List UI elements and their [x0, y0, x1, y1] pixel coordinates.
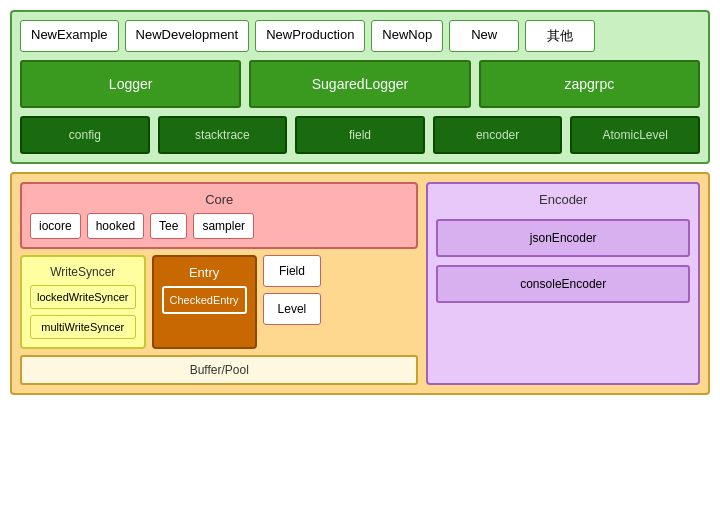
locked-write-syncer: lockedWriteSyncer — [30, 285, 136, 309]
core-tee: Tee — [150, 213, 187, 239]
core-iocore: iocore — [30, 213, 81, 239]
stacktrace-box: stacktrace — [158, 116, 288, 154]
tab-new-example[interactable]: NewExample — [20, 20, 119, 52]
zapgrpc-box: zapgrpc — [479, 60, 700, 108]
bottom-section: Core iocore hooked Tee sampler — [10, 172, 710, 395]
sub-row: config stacktrace field encoder AtomicLe… — [20, 116, 700, 154]
multi-write-syncer: multiWriteSyncer — [30, 315, 136, 339]
encoder-box: encoder — [433, 116, 563, 154]
encoder-title: Encoder — [436, 192, 690, 207]
core-sampler: sampler — [193, 213, 254, 239]
checked-entry-box: CheckedEntry — [162, 286, 247, 314]
core-hooked: hooked — [87, 213, 144, 239]
tab-new-development[interactable]: NewDevelopment — [125, 20, 250, 52]
logger-row: Logger SugaredLogger zapgrpc — [20, 60, 700, 108]
top-tabs: NewExample NewDevelopment NewProduction … — [20, 20, 700, 52]
tab-new-production[interactable]: NewProduction — [255, 20, 365, 52]
console-encoder: consoleEncoder — [436, 265, 690, 303]
buffer-pool: Buffer/Pool — [20, 355, 418, 385]
tab-new[interactable]: New — [449, 20, 519, 52]
write-syncer-box: WriteSyncer lockedWriteSyncer multiWrite… — [20, 255, 146, 349]
config-box: config — [20, 116, 150, 154]
bottom-middle-row: WriteSyncer lockedWriteSyncer multiWrite… — [20, 255, 418, 349]
main-container: NewExample NewDevelopment NewProduction … — [10, 10, 710, 395]
field-item: Field — [263, 255, 322, 287]
atomic-level-box: AtomicLevel — [570, 116, 700, 154]
tab-other[interactable]: 其他 — [525, 20, 595, 52]
json-encoder: jsonEncoder — [436, 219, 690, 257]
core-title: Core — [30, 192, 408, 207]
top-section: NewExample NewDevelopment NewProduction … — [10, 10, 710, 164]
encoder-section: Encoder jsonEncoder consoleEncoder — [426, 182, 700, 385]
tab-new-nop[interactable]: NewNop — [371, 20, 443, 52]
entry-box: Entry CheckedEntry — [152, 255, 257, 349]
field-box: field — [295, 116, 425, 154]
field-level-box: Field Level — [263, 255, 322, 349]
sugared-logger-box: SugaredLogger — [249, 60, 470, 108]
entry-title: Entry — [189, 265, 219, 280]
write-syncer-title: WriteSyncer — [30, 265, 136, 279]
level-item: Level — [263, 293, 322, 325]
core-box: Core iocore hooked Tee sampler — [20, 182, 418, 249]
bottom-left: Core iocore hooked Tee sampler — [20, 182, 418, 385]
logger-box: Logger — [20, 60, 241, 108]
core-items: iocore hooked Tee sampler — [30, 213, 408, 239]
